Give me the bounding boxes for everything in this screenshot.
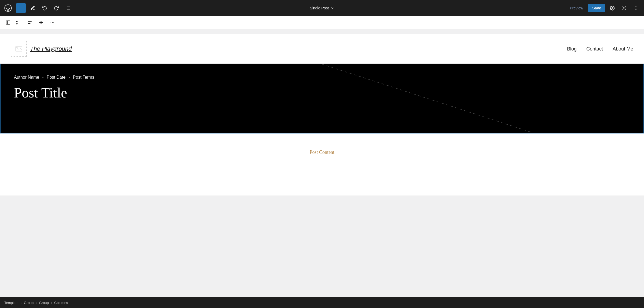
chevron-down-icon: [330, 6, 334, 10]
svg-point-19: [636, 8, 636, 8]
svg-line-32: [322, 64, 643, 133]
svg-line-16: [623, 9, 623, 10]
nav-about[interactable]: About Me: [613, 46, 633, 52]
breadcrumb-columns[interactable]: Columns: [54, 301, 68, 305]
breadcrumb-sep-1: ›: [21, 301, 22, 305]
breadcrumb-sep-2: ›: [36, 301, 37, 305]
hero-dot-1: •: [42, 76, 43, 79]
hero-title: Post Title: [14, 85, 309, 100]
svg-rect-21: [6, 21, 10, 24]
breadcrumb-bar: Template › Group › Group › Columns: [0, 297, 644, 308]
block-align-button[interactable]: [25, 18, 35, 27]
toolbar-right: Preview Save: [567, 3, 641, 13]
svg-point-29: [53, 22, 54, 23]
svg-rect-23: [28, 21, 32, 22]
site-logo-area: The Playground: [11, 41, 72, 57]
post-content-area: Post Content: [0, 133, 644, 171]
site-logo-placeholder: [11, 41, 27, 57]
second-toolbar: ▲ ▼: [0, 16, 644, 29]
page-canvas: The Playground Blog Contact About Me Aut…: [0, 34, 644, 195]
hero-author[interactable]: Author Name: [14, 75, 39, 80]
toolbar-divider: [22, 19, 22, 26]
svg-line-17: [625, 6, 626, 7]
svg-point-27: [51, 22, 51, 23]
canvas-area: The Playground Blog Contact About Me Aut…: [0, 29, 644, 297]
hero-dot-2: •: [69, 76, 70, 79]
block-width-button[interactable]: [36, 18, 46, 27]
breadcrumb-sep-3: ›: [51, 301, 52, 305]
hero-terms: Post Terms: [73, 75, 94, 80]
breadcrumb-group2[interactable]: Group: [39, 301, 49, 305]
arrow-down-button[interactable]: ▼: [14, 23, 19, 26]
toggle-sidebar-button[interactable]: [3, 18, 13, 27]
site-nav: Blog Contact About Me: [567, 46, 633, 52]
site-header: The Playground Blog Contact About Me: [0, 34, 644, 64]
breadcrumb-template[interactable]: Template: [4, 301, 19, 305]
hero-left: Author Name • Post Date • Post Terms Pos…: [1, 64, 322, 133]
post-content-placeholder[interactable]: Post Content: [310, 150, 335, 155]
template-selector[interactable]: Single Post: [310, 6, 334, 10]
preview-button[interactable]: Preview: [567, 4, 586, 12]
settings-button[interactable]: [608, 3, 617, 13]
svg-point-20: [636, 9, 636, 10]
block-more-button[interactable]: [47, 18, 57, 27]
hero-meta: Author Name • Post Date • Post Terms: [14, 75, 309, 80]
svg-point-28: [52, 22, 53, 23]
svg-line-12: [623, 6, 623, 7]
top-toolbar: + Single Post Previ: [0, 0, 644, 16]
svg-point-8: [612, 8, 613, 9]
pen-tool-button[interactable]: [28, 3, 38, 13]
svg-point-1: [8, 8, 9, 9]
dark-mode-button[interactable]: [619, 3, 629, 13]
arrow-up-button[interactable]: ▲: [14, 19, 19, 23]
position-arrows[interactable]: ▲ ▼: [14, 18, 19, 27]
hero-section: Author Name • Post Date • Post Terms Pos…: [0, 64, 644, 133]
more-options-button[interactable]: [631, 3, 641, 13]
svg-point-18: [636, 6, 636, 7]
nav-blog[interactable]: Blog: [567, 46, 577, 52]
redo-button[interactable]: [52, 3, 61, 13]
list-view-button[interactable]: [63, 3, 73, 13]
wp-logo[interactable]: [3, 3, 13, 13]
breadcrumb-group1[interactable]: Group: [24, 301, 34, 305]
site-title[interactable]: The Playground: [30, 45, 72, 52]
template-name: Single Post: [310, 6, 329, 10]
add-block-button[interactable]: +: [16, 3, 26, 13]
save-button[interactable]: Save: [588, 4, 605, 12]
nav-contact[interactable]: Contact: [586, 46, 603, 52]
undo-button[interactable]: [40, 3, 49, 13]
svg-line-13: [625, 9, 626, 10]
svg-point-31: [17, 47, 18, 48]
svg-rect-24: [28, 23, 30, 24]
svg-rect-26: [41, 21, 41, 24]
hero-right: [322, 64, 643, 133]
hero-date: Post Date: [47, 75, 65, 80]
svg-point-9: [623, 7, 625, 9]
